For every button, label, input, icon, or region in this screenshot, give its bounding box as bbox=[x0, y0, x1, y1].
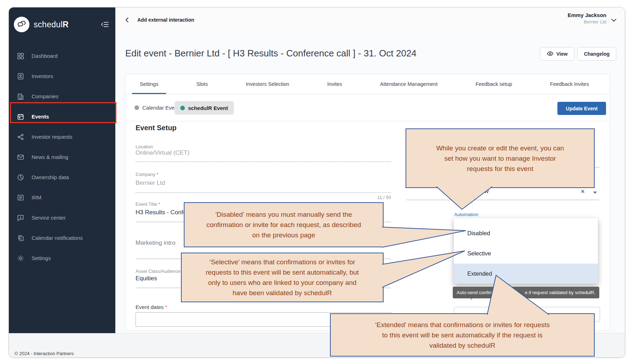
sidebar-item-label: Dashboard bbox=[32, 53, 57, 59]
sidebar-item-label: Events bbox=[32, 114, 49, 120]
sidebar-item-label: Investors bbox=[32, 73, 53, 79]
callout-disabled: 'Disabled’ means you must manually send … bbox=[184, 202, 384, 247]
tab-feedback-setup[interactable]: Feedback setup bbox=[468, 74, 520, 94]
option-extended[interactable]: Extended bbox=[454, 264, 598, 284]
company-char-counter: 11 / 50 bbox=[136, 195, 391, 200]
option-selective[interactable]: Selective bbox=[454, 243, 598, 264]
sidebar-item-ownership-data[interactable]: Ownership data bbox=[9, 167, 115, 187]
sidebar-logo-row: schedulR bbox=[9, 7, 115, 36]
schedulr-event-label: schedulR Event bbox=[188, 105, 228, 111]
support-icon bbox=[17, 214, 24, 222]
asset-class-input[interactable]: Equities bbox=[136, 275, 157, 282]
calendar-event-label: Calendar Event bbox=[142, 105, 179, 111]
user-name: Emmy Jackson bbox=[568, 12, 606, 18]
sidebar-item-dashboard[interactable]: Dashboard bbox=[9, 46, 115, 66]
asset-class-label: Asset Class/Audience * bbox=[136, 269, 183, 274]
tab-invites[interactable]: Invites bbox=[319, 74, 350, 94]
sidebar-item-label: Investor requests bbox=[32, 134, 72, 140]
automation-dropdown: Disabled Selective Extended bbox=[454, 218, 598, 284]
tooltip-text-left: Auto-send confirm bbox=[457, 290, 494, 295]
changelog-button[interactable]: Changelog bbox=[577, 47, 616, 61]
tab-slots[interactable]: Slots bbox=[188, 74, 215, 94]
page-title: Edit event - Bernier Ltd - [ H3 Results … bbox=[125, 48, 417, 59]
eye-icon bbox=[547, 51, 554, 57]
sidebar-item-companies[interactable]: Companies bbox=[9, 86, 115, 106]
sidebar-item-label: Service center bbox=[32, 215, 66, 221]
gear-icon bbox=[17, 254, 24, 262]
sidebar-item-label: Ownership data bbox=[32, 174, 69, 180]
select-caret-icon[interactable] bbox=[593, 192, 597, 194]
tab-attendance-management[interactable]: Attendance Management bbox=[372, 74, 445, 94]
update-event-button[interactable]: Update Event bbox=[557, 102, 606, 115]
option-disabled[interactable]: Disabled bbox=[454, 223, 598, 243]
marketing-intro-input[interactable]: Marketing intro bbox=[136, 239, 175, 247]
event-title-label: Event Title * bbox=[136, 202, 160, 207]
sidebar-item-calendar-notifications[interactable]: Calendar notifications bbox=[9, 228, 115, 248]
divider bbox=[126, 121, 610, 121]
view-button-label: View bbox=[556, 51, 568, 57]
sidebar-item-irm[interactable]: IRM bbox=[9, 187, 115, 208]
sidebar: schedulR Dashboard bbox=[9, 7, 115, 333]
events-icon bbox=[17, 113, 24, 121]
mail-icon bbox=[17, 153, 24, 161]
tab-investors-selection[interactable]: Investors Selection bbox=[238, 74, 297, 94]
calendar-notifications-icon bbox=[17, 234, 24, 242]
tab-settings[interactable]: Settings bbox=[132, 74, 166, 94]
callout-manage-requests: While you create or edit the event, you … bbox=[406, 128, 595, 188]
event-dates-label: Event dates * bbox=[136, 304, 167, 310]
calendar-event-option[interactable]: Calendar Event bbox=[134, 105, 179, 111]
extended-tooltip: Auto-send confirm e if request validated… bbox=[453, 287, 599, 298]
automation-select-underline bbox=[406, 200, 599, 200]
sidebar-item-label: Settings bbox=[32, 255, 51, 261]
brand-name: schedulR bbox=[34, 20, 68, 29]
topbar-title: Add external interaction bbox=[137, 17, 194, 23]
location-underline bbox=[136, 161, 391, 162]
event-type-row: Calendar Event schedulR Event Update Eve… bbox=[126, 94, 610, 121]
company-underline bbox=[136, 192, 391, 193]
sidebar-collapse-icon[interactable] bbox=[101, 22, 109, 27]
section-title: Event Setup bbox=[136, 124, 177, 132]
sidebar-item-news-mailing[interactable]: News & mailing bbox=[9, 147, 115, 167]
document-icon bbox=[17, 194, 24, 202]
schedulr-event-option[interactable]: schedulR Event bbox=[175, 101, 234, 115]
automation-select-value: w bbox=[484, 188, 489, 195]
share-icon bbox=[17, 133, 24, 141]
tab-bar: Settings Slots Investors Selection Invit… bbox=[126, 74, 610, 94]
location-label: Location bbox=[136, 144, 153, 149]
investors-icon bbox=[17, 72, 24, 80]
company-value[interactable]: Bernier Ltd bbox=[136, 180, 165, 187]
changelog-button-label: Changelog bbox=[584, 51, 610, 57]
tab-feedback-invites[interactable]: Feedback Invites bbox=[542, 74, 597, 94]
sidebar-item-events[interactable]: Events bbox=[9, 106, 115, 127]
teal-dot-icon bbox=[180, 106, 185, 110]
user-company: Bernier Ltd bbox=[568, 19, 606, 24]
sidebar-item-label: IRM bbox=[32, 194, 42, 200]
clear-icon[interactable]: ✕ bbox=[580, 188, 585, 195]
automation-label: Automation bbox=[454, 212, 478, 217]
location-value[interactable]: Online/Virtual (CET) bbox=[136, 149, 189, 156]
screenshot-root: schedulR Dashboard bbox=[0, 0, 633, 364]
user-menu[interactable]: Emmy Jackson Bernier Ltd bbox=[568, 12, 606, 24]
sidebar-item-label: Calendar notifications bbox=[32, 235, 83, 241]
chevron-down-icon[interactable] bbox=[611, 17, 616, 23]
dashboard-icon bbox=[17, 52, 24, 60]
schedulr-logo-icon bbox=[14, 17, 29, 32]
sidebar-item-label: Companies bbox=[32, 93, 59, 99]
footer-text: © 2024 - Interaction Partners bbox=[15, 351, 74, 356]
sidebar-item-settings[interactable]: Settings bbox=[9, 248, 115, 268]
sidebar-item-service-center[interactable]: Service center bbox=[9, 208, 115, 228]
companies-icon bbox=[17, 93, 24, 100]
sidebar-item-label: News & mailing bbox=[32, 154, 68, 160]
company-label: Company * bbox=[136, 172, 158, 177]
view-button[interactable]: View bbox=[540, 47, 574, 61]
pie-chart-icon bbox=[17, 173, 24, 181]
sidebar-item-investor-requests[interactable]: Investor requests bbox=[9, 127, 115, 147]
sidebar-nav: Dashboard Investors Companies bbox=[9, 46, 115, 268]
callout-extended: ‘Extended’ means that confirmations or i… bbox=[330, 313, 595, 357]
back-icon[interactable] bbox=[123, 16, 131, 24]
callout-selective: ‘Selective’ means that confirmations or … bbox=[181, 253, 384, 302]
gray-dot-icon bbox=[134, 105, 139, 110]
topbar: Add external interaction Emmy Jackson Be… bbox=[115, 7, 625, 33]
sidebar-item-investors[interactable]: Investors bbox=[9, 66, 115, 86]
tooltip-text-right: e if request validated by schedulR. bbox=[525, 290, 595, 295]
